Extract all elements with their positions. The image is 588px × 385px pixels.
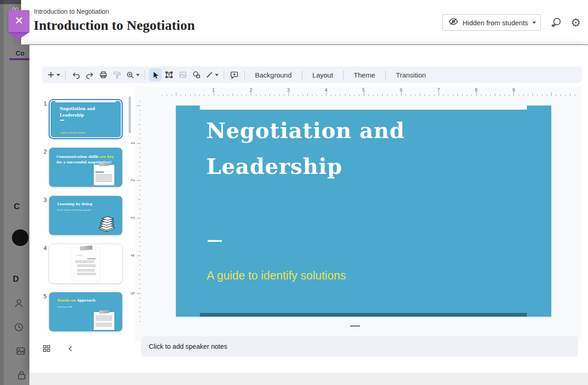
redo-button[interactable] xyxy=(83,68,96,81)
slide-thumbnail-3[interactable]: Learning by doing Ensure students articu… xyxy=(49,195,123,235)
insert-image-button[interactable] xyxy=(176,68,189,81)
active-tab-underline xyxy=(9,58,29,60)
ruler-tick xyxy=(317,95,317,96)
slide-thumbnail-2[interactable]: Communication skills are key for a succe… xyxy=(49,147,123,187)
grid-view-icon[interactable] xyxy=(43,345,51,354)
transition-button[interactable]: Transition xyxy=(390,68,432,81)
chevron-left-icon[interactable] xyxy=(68,346,73,354)
ruler-tick xyxy=(139,307,141,307)
ruler-tick xyxy=(551,92,552,96)
thumb3-subtitle: Ensure students articulate their argumen… xyxy=(57,209,108,211)
slide-title-textbox[interactable]: Negotiation and Leadership xyxy=(206,113,500,184)
insert-line-button[interactable] xyxy=(204,68,220,81)
slide-thumbnail-5[interactable]: Hands-on Approach. Improve your skills xyxy=(49,292,123,332)
speaker-notes-input[interactable]: Click to add speaker notes xyxy=(141,336,578,357)
ruler-tick xyxy=(288,92,289,96)
ruler-tick xyxy=(139,185,141,186)
slide-subtitle-textbox[interactable]: A guide to identify solutions xyxy=(207,269,346,282)
ruler-tick xyxy=(392,95,392,96)
slide-number: 5 xyxy=(39,293,47,300)
paper-line xyxy=(87,258,96,259)
note-heading-line xyxy=(96,172,104,173)
ruler-tick xyxy=(139,260,141,261)
tape xyxy=(80,246,93,251)
slide-thumbnail-1[interactable]: Negotiation and Leadership A guide to id… xyxy=(49,99,123,139)
theme-button[interactable]: Theme xyxy=(347,68,382,81)
ruler-tick xyxy=(265,95,266,96)
ruler-tick xyxy=(138,237,141,237)
visibility-dropdown[interactable]: Hidden from students xyxy=(442,14,541,31)
ruler-tick xyxy=(139,232,141,233)
thumb3-title: Learning by doing xyxy=(57,202,92,206)
text-box-button[interactable] xyxy=(163,68,175,81)
layout-button[interactable]: Layout xyxy=(306,68,339,81)
filmstrip-scrollbar[interactable] xyxy=(129,96,131,133)
ruler-tick xyxy=(415,95,416,96)
ruler-tick xyxy=(307,94,308,96)
ruler-tick xyxy=(139,110,141,111)
ruler-tick xyxy=(195,94,195,96)
slide-title-line1: Negotiation and xyxy=(206,113,500,149)
ruler-tick xyxy=(350,95,350,96)
close-icon xyxy=(15,16,23,27)
slide-title-dash xyxy=(208,240,222,242)
ruler-tick xyxy=(139,176,141,176)
zoom-tool-button[interactable] xyxy=(124,68,141,81)
ruler-tick xyxy=(139,167,141,167)
tab-content-partial: Co xyxy=(16,50,24,57)
insert-shape-button[interactable] xyxy=(190,68,203,81)
ruler-tick xyxy=(439,92,439,96)
page-title: Introduction to Negotiation xyxy=(34,17,195,33)
ruler-tick xyxy=(340,95,340,96)
ruler-tick xyxy=(139,279,141,279)
undo-button[interactable] xyxy=(69,68,82,81)
ruler-label: 4 xyxy=(130,254,136,257)
ruler-tick xyxy=(190,95,191,96)
slide-thumbnail-4[interactable]: 1. Intro xyxy=(49,244,123,284)
panel-footer xyxy=(29,373,588,385)
ruler-tick xyxy=(139,298,141,298)
ruler-tick xyxy=(139,284,141,284)
ruler-tick xyxy=(354,95,355,96)
background-button[interactable]: Background xyxy=(249,68,298,81)
ruler-tick xyxy=(139,204,141,204)
ruler-tick xyxy=(519,95,519,96)
conversation-icon[interactable] xyxy=(549,17,562,29)
ruler-tick xyxy=(139,288,141,289)
ruler-tick xyxy=(359,95,359,96)
ruler-tick xyxy=(139,228,141,228)
ruler-tick xyxy=(364,92,364,96)
ruler-tick xyxy=(138,162,141,162)
ruler-tick xyxy=(528,95,528,96)
ruler-tick xyxy=(139,265,141,265)
ruler-tick xyxy=(138,124,141,125)
ruler-tick xyxy=(424,95,425,96)
ruler-tick xyxy=(139,321,141,322)
slide-number: 1 xyxy=(39,100,47,107)
slides-editor: Background Layout Theme Transition 12345… xyxy=(29,45,588,373)
ruler-tick xyxy=(556,95,556,96)
ruler-tick xyxy=(204,95,204,96)
print-button[interactable] xyxy=(97,68,110,81)
page-left-edge xyxy=(0,0,4,385)
filmstrip-resize-handle[interactable] xyxy=(350,325,360,327)
current-slide[interactable]: Negotiation and Leadership A guide to id… xyxy=(176,106,551,317)
ruler-tick xyxy=(453,95,453,96)
slide-number: 3 xyxy=(39,196,47,203)
close-button[interactable] xyxy=(8,10,29,32)
add-comment-button[interactable] xyxy=(228,68,241,81)
slide-title-line2: Leadership xyxy=(206,149,500,184)
paint-format-button[interactable] xyxy=(111,68,124,81)
paper-text-lines xyxy=(77,265,96,268)
ruler-tick xyxy=(335,95,336,96)
ruler-tick xyxy=(270,94,270,96)
note-card xyxy=(94,165,114,185)
ruler-tick xyxy=(139,269,141,270)
ruler-tick xyxy=(137,180,141,181)
new-slide-button[interactable] xyxy=(45,68,62,81)
ruler-tick xyxy=(443,95,444,96)
select-tool-button[interactable] xyxy=(149,68,162,81)
gear-icon[interactable]: ⚙ xyxy=(570,17,582,29)
ruler-tick xyxy=(448,95,448,96)
ruler-tick xyxy=(138,199,141,200)
